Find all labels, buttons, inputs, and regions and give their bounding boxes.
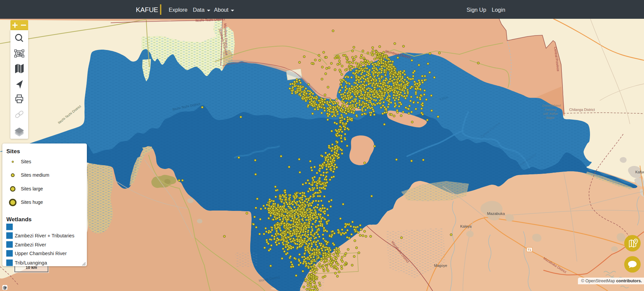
svg-text:Zambezi River + Tributaries: Zambezi River + Tributaries bbox=[15, 233, 74, 238]
svg-text:Zambezi River: Zambezi River bbox=[15, 242, 46, 247]
svg-text:T1: T1 bbox=[528, 248, 531, 251]
svg-text:Kafue: Kafue bbox=[635, 170, 644, 174]
svg-text:Mazabuka: Mazabuka bbox=[487, 212, 505, 216]
svg-text:Farming: Farming bbox=[545, 108, 557, 111]
svg-text:Wetlands: Wetlands bbox=[6, 216, 32, 223]
svg-text:Upper Chambeshi River: Upper Chambeshi River bbox=[15, 251, 67, 256]
svg-text:Chilanga District: Chilanga District bbox=[569, 108, 595, 112]
svg-text:Consolidated: Consolidated bbox=[542, 104, 561, 107]
svg-text:Sites large: Sites large bbox=[21, 186, 43, 191]
svg-text:Magoye: Magoye bbox=[434, 264, 447, 268]
svg-text:Trib/Luanginga: Trib/Luanginga bbox=[15, 260, 47, 266]
svg-text:Sites huge: Sites huge bbox=[21, 199, 43, 205]
svg-text:Sites medium: Sites medium bbox=[21, 172, 49, 178]
svg-text:Ltd. Kafue: Ltd. Kafue bbox=[543, 112, 558, 115]
svg-text:Sites: Sites bbox=[21, 159, 31, 164]
svg-text:Sugar: Sugar bbox=[546, 116, 555, 119]
svg-text:Sites: Sites bbox=[6, 148, 20, 155]
svg-text:Kaleya: Kaleya bbox=[460, 224, 472, 228]
